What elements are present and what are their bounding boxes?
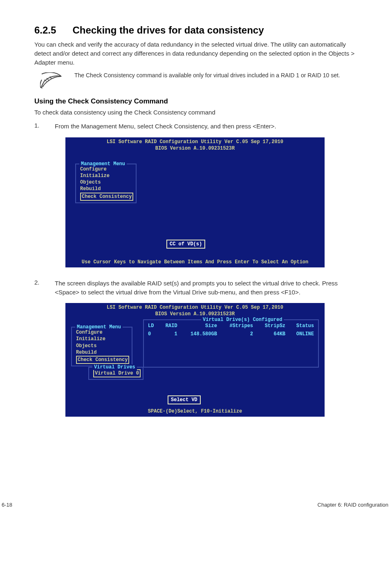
section-number: 6.2.5: [34, 25, 56, 36]
step-text: The screen displays the available RAID s…: [55, 279, 356, 297]
management-menu-label: Management Menu: [79, 161, 127, 167]
col-stripsz: StripSz: [256, 322, 288, 330]
menu-initialize[interactable]: Initialize: [80, 173, 132, 179]
col-raid: RAID: [159, 322, 180, 330]
management-menu-box: Management Menu Configure Initialize Obj…: [75, 164, 137, 203]
select-vd-badge: Select VD: [168, 395, 201, 404]
cell-ld: 0: [146, 330, 159, 338]
menu-rebuild[interactable]: Rebuild: [80, 186, 132, 192]
page-number: 6-18: [2, 502, 12, 508]
col-size: Size: [180, 322, 220, 330]
virtual-drives-box: Virtual Drives Virtual Drive 0: [88, 367, 143, 380]
management-menu-label: Management Menu: [75, 324, 123, 330]
page-footer: 6-18 Chapter 6: RAID configuration: [0, 502, 390, 520]
note-text: The Check Consistency command is availab…: [74, 72, 340, 80]
bios-footer-hint: Use Cursor Keys to Navigate Between Item…: [65, 258, 325, 267]
management-menu-box: Management Menu Configure Initialize Obj…: [71, 327, 132, 366]
bios-screenshot-2: LSI Software RAID Configuration Utility …: [65, 303, 325, 417]
note-icon: [40, 72, 63, 90]
table-header-row: LD RAID Size #Stripes StripSz Status: [146, 322, 316, 330]
bios-version: BIOS Version A.10.09231523R: [65, 146, 325, 151]
virtual-drives-label: Virtual Drives: [92, 364, 137, 370]
cell-size: 148.580GB: [180, 330, 220, 338]
virtual-drive-0[interactable]: Virtual Drive 0: [93, 369, 141, 377]
step-number: 1.: [34, 122, 55, 131]
col-ld: LD: [146, 322, 159, 330]
menu-initialize[interactable]: Initialize: [76, 336, 128, 342]
bios-footer-hint: SPACE-(De)Select, F10-Initialize: [65, 407, 325, 417]
menu-check-consistency[interactable]: Check Consistency: [80, 193, 133, 201]
vd-configured-panel: Virtual Drive(s) Configured LD RAID Size…: [143, 319, 319, 368]
menu-objects[interactable]: Objects: [80, 179, 132, 186]
menu-rebuild[interactable]: Rebuild: [76, 349, 128, 356]
chapter-title: Chapter 6: RAID configuration: [318, 502, 388, 508]
bios-title-bar: LSI Software RAID Configuration Utility …: [65, 137, 325, 146]
step-2: 2. The screen displays the available RAI…: [34, 279, 356, 297]
menu-configure[interactable]: Configure: [76, 329, 128, 336]
sub-lead: To check data consistency using the Chec…: [34, 108, 356, 117]
section-title: Checking the drives for data consistency: [72, 25, 264, 36]
cell-status: ONLINE: [288, 330, 316, 338]
step-number: 2.: [34, 279, 55, 297]
cell-stripes: 2: [220, 330, 256, 338]
table-row[interactable]: 0 1 148.580GB 2 64KB ONLINE: [146, 330, 316, 338]
intro-paragraph: You can check and verify the accuracy of…: [34, 40, 356, 67]
vd-configured-label: Virtual Drive(s) Configured: [201, 317, 284, 323]
section-heading: 6.2.5 Checking the drives for data consi…: [34, 25, 356, 36]
col-status: Status: [288, 322, 316, 330]
bios-version: BIOS Version A.10.09231523R: [65, 311, 325, 317]
menu-configure[interactable]: Configure: [80, 166, 132, 173]
step-1: 1. From the Management Menu, select Chec…: [34, 122, 356, 131]
bios-title-bar: LSI Software RAID Configuration Utility …: [65, 303, 325, 311]
menu-objects[interactable]: Objects: [76, 343, 128, 349]
cc-of-vd-badge: CC of VD(s): [166, 240, 205, 249]
cell-stripsz: 64KB: [256, 330, 288, 338]
vd-table: LD RAID Size #Stripes StripSz Status 0 1…: [146, 322, 316, 338]
bios-screenshot-1: LSI Software RAID Configuration Utility …: [65, 137, 325, 267]
cell-raid: 1: [159, 330, 180, 338]
subheading: Using the Check Consistency Command: [34, 97, 356, 105]
menu-check-consistency[interactable]: Check Consistency: [76, 356, 129, 364]
col-stripes: #Stripes: [220, 322, 256, 330]
step-text: From the Management Menu, select Check C…: [55, 122, 276, 131]
note-block: The Check Consistency command is availab…: [40, 72, 356, 90]
